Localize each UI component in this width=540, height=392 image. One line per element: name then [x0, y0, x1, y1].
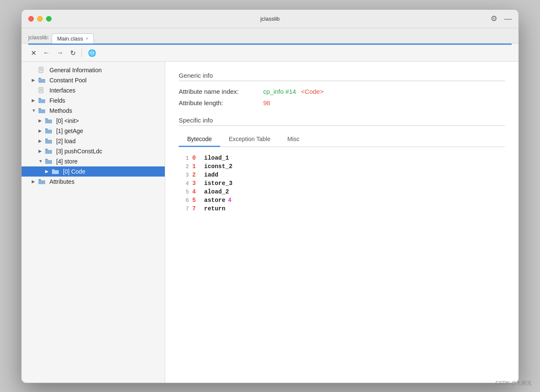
arrow-icon: ▶ — [38, 139, 45, 143]
tab-bar: jclasslib: Main.class × — [22, 28, 518, 44]
sidebar-item-interfaces[interactable]: Interfaces — [22, 85, 165, 95]
close-toolbar-button[interactable]: ✕ — [28, 47, 39, 59]
arrow-icon: ▶ — [38, 128, 45, 133]
bytecode-row: 43istore_3 — [179, 179, 505, 188]
maximize-button[interactable] — [46, 16, 52, 22]
attr-length-label: Attribute length: — [179, 99, 263, 106]
bc-line-number: 6 — [179, 197, 189, 204]
sidebar-item-label: Constant Pool — [49, 77, 87, 84]
bc-line-number: 5 — [179, 189, 189, 195]
bc-mnemonic: iconst_2 — [204, 163, 232, 170]
traffic-lights — [28, 16, 52, 22]
main-class-tab[interactable]: Main.class × — [52, 33, 94, 44]
doc-icon — [38, 87, 47, 94]
attr-name-row: Attribute name index: cp_info #14 <Code> — [179, 88, 505, 95]
bc-offset: 4 — [192, 188, 201, 195]
toolbar: ✕ ← → ↻ 🌐 — [22, 45, 518, 62]
sidebar-item-label: [0] Code — [63, 168, 85, 175]
title-bar-controls: ⚙ — — [491, 14, 512, 23]
sidebar-item-code[interactable]: ▶ [0] Code — [22, 166, 165, 177]
specific-info-title: Specific info — [179, 117, 505, 126]
bytecode-row: 77return — [179, 204, 505, 213]
globe-button[interactable]: 🌐 — [85, 47, 99, 59]
bc-line-number: 7 — [179, 206, 189, 212]
panel-tab-misc[interactable]: Misc — [279, 133, 308, 147]
window-minimize-icon[interactable]: — — [504, 14, 512, 23]
bytecode-row: 32iadd — [179, 171, 505, 179]
arrow-icon: ▶ — [32, 98, 38, 103]
folder-icon — [38, 178, 47, 185]
main-content: General Information▶ Constant Pool Inter… — [22, 62, 518, 383]
folder-icon — [45, 128, 54, 134]
bc-line-number: 2 — [179, 163, 189, 170]
sidebar-item-label: Interfaces — [49, 87, 75, 94]
panel-tab-bytecode[interactable]: Bytecode — [179, 133, 220, 147]
bytecode-row: 65astore4 — [179, 196, 505, 204]
sidebar-item-getAge[interactable]: ▶ [1] getAge — [22, 126, 165, 136]
sidebar-item-label: [0] <init> — [56, 117, 79, 124]
bc-arg: 4 — [228, 197, 231, 204]
sidebar-item-label: [4] store — [56, 158, 78, 165]
bc-offset: 1 — [192, 163, 201, 170]
sidebar-item-constant-pool[interactable]: ▶ Constant Pool — [22, 75, 165, 85]
window-title: jclasslib — [260, 16, 280, 22]
attr-name-label: Attribute name index: — [179, 88, 263, 95]
folder-icon — [45, 138, 54, 144]
arrow-icon: ▶ — [32, 179, 38, 184]
folder-icon — [38, 77, 47, 84]
title-bar: jclasslib ⚙ — — [22, 10, 518, 28]
refresh-button[interactable]: ↻ — [68, 47, 78, 59]
watermark: CSDN @九师兄 — [495, 380, 532, 387]
attr-length-value: 98 — [263, 99, 270, 106]
bc-mnemonic: iadd — [204, 172, 218, 178]
sidebar-item-pushConstLdc[interactable]: ▶ [3] pushConstLdc — [22, 146, 165, 156]
sidebar-item-load[interactable]: ▶ [2] load — [22, 136, 165, 146]
tab-close-icon[interactable]: × — [86, 36, 88, 41]
bc-mnemonic: astore — [204, 197, 225, 204]
bytecode-row: 10iload_1 — [179, 154, 505, 162]
gear-icon[interactable]: ⚙ — [491, 14, 497, 23]
sidebar-item-general-info[interactable]: General Information — [22, 65, 165, 75]
close-button[interactable] — [28, 16, 34, 22]
sidebar-item-attributes[interactable]: ▶ Attributes — [22, 177, 165, 187]
panel-tab-exception-table[interactable]: Exception Table — [220, 133, 279, 147]
sidebar-item-label: General Information — [49, 67, 102, 74]
bc-mnemonic: iload_1 — [204, 155, 229, 161]
right-panel: Generic info Attribute name index: cp_in… — [165, 62, 518, 383]
folder-icon — [45, 158, 54, 165]
arrow-icon: ▶ — [38, 118, 45, 123]
bc-offset: 3 — [192, 180, 201, 187]
toolbar-divider — [82, 49, 82, 57]
bc-line-number: 4 — [179, 180, 189, 187]
arrow-icon: ▶ — [45, 169, 52, 174]
sidebar-item-label: Methods — [49, 107, 72, 114]
arrow-icon: ▼ — [32, 108, 38, 113]
sidebar-item-label: Fields — [49, 97, 65, 104]
tab-name: Main.class — [57, 35, 83, 42]
sidebar-item-methods[interactable]: ▼ Methods — [22, 106, 165, 116]
tab-bar-label: jclasslib: — [28, 34, 49, 43]
attr-name-link[interactable]: cp_info #14 — [263, 88, 296, 95]
app-window: jclasslib ⚙ — jclasslib: Main.class × ✕ … — [21, 9, 519, 383]
bytecode-row: 21iconst_2 — [179, 162, 505, 171]
folder-icon — [52, 168, 60, 175]
bc-offset: 2 — [192, 172, 201, 178]
generic-info-title: Generic info — [179, 72, 505, 81]
back-button[interactable]: ← — [41, 47, 52, 58]
bc-line-number: 1 — [179, 155, 189, 161]
folder-icon — [38, 107, 47, 114]
bc-offset: 7 — [192, 205, 201, 212]
attr-name-code: <Code> — [301, 88, 324, 95]
arrow-icon: ▶ — [38, 149, 45, 153]
sidebar-item-store[interactable]: ▼ [4] store — [22, 156, 165, 166]
sidebar-item-init[interactable]: ▶ [0] <init> — [22, 116, 165, 126]
bc-mnemonic: aload_2 — [204, 188, 229, 195]
minimize-button[interactable] — [37, 16, 43, 22]
sidebar-item-label: [3] pushConstLdc — [56, 148, 102, 155]
sidebar-item-fields[interactable]: ▶ Fields — [22, 95, 165, 106]
bc-line-number: 3 — [179, 172, 189, 178]
panel-tabs: BytecodeException TableMisc — [179, 133, 505, 147]
forward-button[interactable]: → — [54, 47, 66, 58]
bytecode-row: 54aload_2 — [179, 188, 505, 196]
arrow-icon: ▶ — [32, 78, 38, 82]
